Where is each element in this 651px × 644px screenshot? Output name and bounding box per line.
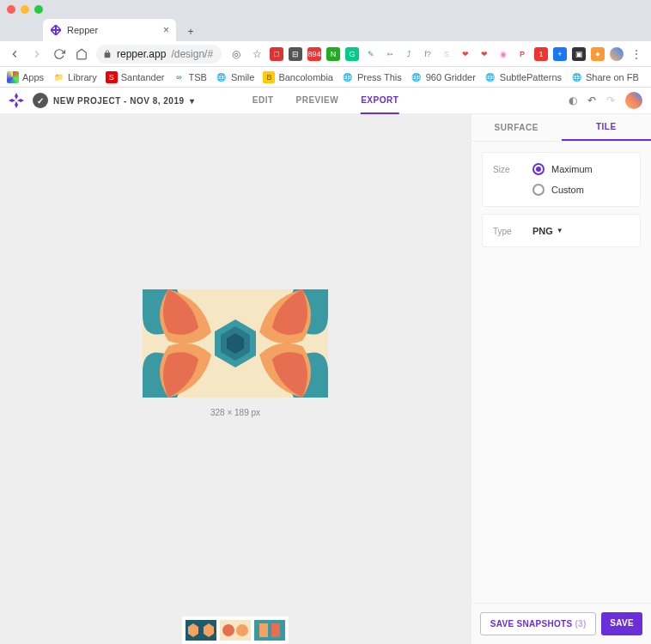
type-selector[interactable]: PNG ▼ xyxy=(532,226,563,236)
radio-icon xyxy=(532,184,545,196)
bookmark-item[interactable]: 🌐Smile xyxy=(216,71,255,83)
size-label: Size xyxy=(493,163,519,174)
radio-label: Custom xyxy=(551,185,584,195)
bookmark-item[interactable]: 🌐960 Gridder xyxy=(411,71,476,83)
window-close[interactable] xyxy=(7,5,15,14)
dimensions-label: 328 × 189 px xyxy=(210,408,260,417)
bookmark-label: Apps xyxy=(22,72,44,82)
bookmark-label: Bancolombia xyxy=(278,72,333,82)
undo-icon[interactable]: ↶ xyxy=(587,94,596,106)
address-bar[interactable]: repper.app/design/# xyxy=(96,45,222,64)
tab-preview[interactable]: PREVIEW xyxy=(296,88,339,114)
type-value: PNG xyxy=(532,226,553,236)
save-snapshots-button[interactable]: SAVE SNAPSHOTS (3) xyxy=(480,612,596,635)
favicon-icon xyxy=(50,24,62,36)
chevron-down-icon: ▼ xyxy=(557,227,563,234)
ext-icon[interactable]: 1 xyxy=(534,47,548,61)
new-tab-button[interactable]: + xyxy=(181,22,200,41)
browser-tab[interactable]: Repper × xyxy=(43,19,176,41)
tab-export[interactable]: EXPORT xyxy=(361,88,399,114)
cloud-icon: ✓ xyxy=(33,93,48,108)
url-host: repper.app xyxy=(117,48,166,60)
snapshot-thumbnails xyxy=(182,617,289,644)
size-option-custom[interactable]: Custom xyxy=(532,184,593,196)
tab-edit[interactable]: EDIT xyxy=(252,88,274,114)
svg-marker-3 xyxy=(15,93,18,100)
forward-button[interactable] xyxy=(29,46,45,62)
back-button[interactable] xyxy=(7,46,22,62)
menu-icon[interactable]: ⋮ xyxy=(629,46,644,62)
project-selector[interactable]: ✓ NEW PROJECT - NOV 8, 2019 ▾ xyxy=(33,93,194,108)
button-label: SAVE SNAPSHOTS xyxy=(490,619,573,629)
ext-icon[interactable]: S xyxy=(440,47,453,61)
bookmark-label: SubtlePatterns xyxy=(500,72,562,82)
bookmark-item[interactable]: 🌐Press This xyxy=(342,71,402,83)
ext-icon[interactable]: □ xyxy=(270,47,283,61)
ext-icon[interactable]: N xyxy=(326,47,340,61)
save-button[interactable]: SAVE xyxy=(601,612,642,635)
user-avatar[interactable] xyxy=(625,92,642,109)
thumbnail[interactable] xyxy=(220,620,251,641)
redo-icon[interactable]: ↷ xyxy=(606,94,615,106)
svg-rect-18 xyxy=(259,623,268,637)
panel-tab-tile[interactable]: TILE xyxy=(562,114,652,141)
extension-icons: ◎ ☆ □ ⊟ 894 N G ✎ ➳ ⤴ f? S ❤ ❤ ◉ P 1 + ▣… xyxy=(228,46,644,62)
svg-marker-6 xyxy=(17,99,24,102)
project-name: NEW PROJECT - NOV 8, 2019 xyxy=(53,96,185,106)
theme-toggle-icon[interactable]: ◐ xyxy=(569,94,577,106)
ext-icon[interactable]: ✎ xyxy=(364,47,378,61)
ext-icon[interactable]: P xyxy=(515,47,529,61)
bookmark-item[interactable]: 🌐Share on FB xyxy=(570,71,639,83)
apps-button[interactable]: Apps xyxy=(7,71,44,83)
ext-icon[interactable]: f? xyxy=(421,47,435,61)
pattern-preview xyxy=(143,289,328,398)
lock-icon xyxy=(103,50,112,58)
bookmark-label: Smile xyxy=(231,72,255,82)
chevron-down-icon: ▾ xyxy=(190,96,195,106)
svg-rect-17 xyxy=(254,620,285,641)
ext-icon[interactable]: ⤴ xyxy=(402,47,416,61)
star-icon[interactable]: ☆ xyxy=(249,46,265,62)
ext-icon[interactable]: ⊟ xyxy=(289,47,302,61)
bookmark-item[interactable]: SSantander xyxy=(106,71,165,83)
ext-icon[interactable]: + xyxy=(553,47,567,61)
svg-point-15 xyxy=(222,624,234,636)
bookmark-label: Santander xyxy=(121,72,165,82)
size-option-maximum[interactable]: Maximum xyxy=(532,163,593,175)
close-icon[interactable]: × xyxy=(163,24,169,36)
reload-button[interactable] xyxy=(52,46,67,62)
snapshot-count: (3) xyxy=(575,619,586,629)
ext-icon[interactable]: ● xyxy=(591,47,605,61)
ext-icon[interactable]: 894 xyxy=(307,47,321,61)
bookmark-item[interactable]: BBancolombia xyxy=(263,71,333,83)
thumbnail[interactable] xyxy=(254,620,285,641)
tab-title: Repper xyxy=(67,25,158,35)
ext-icon[interactable]: ➳ xyxy=(383,47,397,61)
ext-icon[interactable]: ◉ xyxy=(496,47,510,61)
svg-rect-19 xyxy=(271,623,280,637)
panel-tab-surface[interactable]: SURFACE xyxy=(472,114,562,141)
ext-icon[interactable]: ❤ xyxy=(478,47,491,61)
radio-label: Maximum xyxy=(551,164,593,174)
window-maximize[interactable] xyxy=(34,5,43,14)
bookmark-item[interactable]: ∞TSB xyxy=(173,71,206,83)
bookmark-item[interactable]: 📁Library xyxy=(52,71,97,83)
bookmark-label: 960 Gridder xyxy=(426,72,476,82)
canvas-area: 328 × 189 px xyxy=(0,114,471,644)
bookmark-label: Share on FB xyxy=(586,72,639,82)
thumbnail[interactable] xyxy=(186,620,216,641)
radio-icon xyxy=(532,163,545,175)
ext-icon[interactable]: ▣ xyxy=(572,47,586,61)
ext-icon[interactable]: G xyxy=(345,47,359,61)
type-label: Type xyxy=(493,225,519,236)
window-minimize[interactable] xyxy=(21,5,29,14)
profile-avatar-icon[interactable] xyxy=(610,47,624,61)
svg-marker-5 xyxy=(9,99,15,102)
target-icon[interactable]: ◎ xyxy=(228,46,244,62)
home-button[interactable] xyxy=(74,46,89,62)
ext-icon[interactable]: ❤ xyxy=(459,47,472,61)
app-logo-icon[interactable] xyxy=(9,93,24,108)
bookmark-label: TSB xyxy=(188,72,206,82)
bookmark-item[interactable]: 🌐SubtlePatterns xyxy=(484,71,562,83)
url-path: /design/# xyxy=(171,48,213,60)
